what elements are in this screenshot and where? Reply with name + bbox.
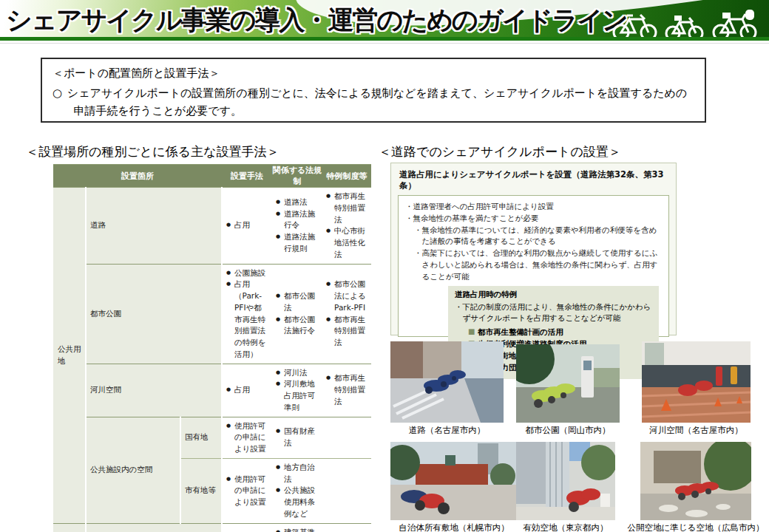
list-item: 占用 [226, 219, 268, 231]
special-cell [322, 417, 371, 458]
photo-river-illustration [642, 341, 751, 423]
photo-road-illustration [390, 341, 504, 423]
sublocation-cell: 国有地 [180, 417, 222, 458]
list-item: 道路法 [276, 197, 319, 208]
intro-body-text: シェアサイクルポートの設置箇所の種別ごとに、法令による規制などを踏まえて、シェア… [67, 86, 687, 117]
list-item: 公共施設使用料条例など [276, 485, 319, 519]
method-cell: 総合設計制度 地区計画に位置づけ設置 [222, 523, 272, 532]
list-item: 中心市街地活性化法 [326, 225, 367, 260]
right-section-heading: ＜道路でのシェアサイクルポートの設置＞ [379, 143, 621, 160]
list-item: 道路法施行規則 [276, 231, 319, 255]
location-cell: 有効空地・公開空地 [86, 523, 222, 532]
road-subpoint: ・無余地性の基準については、経済的な要素や利用者の利便等を含めた諸般の事情を考慮… [414, 225, 662, 248]
laws-cell: 道路法 道路法施行令 道路法施行規則 [272, 188, 322, 265]
list-item: 都市再生特別措置法 [326, 372, 367, 407]
list-item: 河川敷地占用許可準則 [276, 378, 319, 413]
col-header-method: 設置手法 [222, 165, 272, 188]
list-item: 道路法施行令 [276, 208, 319, 232]
list-item: 建築基準法 [276, 527, 319, 532]
method-cell: 公園施設 占用（Park-PFIや都市再生特別措置法の特例を活用） [222, 264, 272, 364]
col-header-location: 設置箇所 [53, 165, 222, 188]
intro-paragraph: ○シェアサイクルポートの設置箇所の種別ごとに、法令による規制などを踏まえて、シェ… [52, 85, 694, 120]
photo-road-nagoya: 道路（名古屋市内） [390, 341, 504, 423]
table-row: 都市公園 公園施設 占用（Park-PFIや都市再生特別措置法の特例を活用） 都… [53, 264, 371, 364]
laws-cell: 河川法 河川敷地占用許可準則 [272, 364, 322, 417]
method-cell: 使用許可の申請により設置 [222, 417, 272, 458]
road-box-title: 道路占用によりシェアサイクルポートを設置（道路法第32条、第33条） [399, 169, 669, 191]
header-green-bar [0, 37, 769, 43]
list-item: 都市再生特別措置法 [326, 314, 367, 349]
list-item: 使用許可の申請により設置 [226, 474, 268, 508]
table-header-row: 設置箇所 設置手法 関係する法規制 特例制度等 [53, 165, 371, 188]
special-box-intro: ・下記の制度の活用により、無余地性の条件にかかわらずサイクルポートを占用すること… [455, 301, 652, 324]
road-point: ・無余地性の基準を満たすことが必要 [405, 213, 662, 225]
list-item: 占用 [226, 384, 268, 396]
table-row: 公共施設内の空間 国有地 使用許可の申請により設置 国有財産法 [53, 417, 371, 458]
intro-box: ＜ポートの配置箇所と設置手法＞ ○シェアサイクルポートの設置箇所の種別ごとに、法… [41, 58, 706, 123]
method-cell: 使用許可の申請により設置 [222, 458, 272, 523]
photo-hiroshima-open-space: 公開空地に準じる空地（広島市内） [640, 442, 751, 520]
photo-hiroshima-illustration [640, 442, 751, 520]
intro-heading: ＜ポートの配置箇所と設置手法＞ [52, 65, 694, 82]
intro-bullet-marker: ○ [52, 86, 62, 100]
special-cell: 都市再生特別措置法 中心市街地活性化法 [322, 188, 371, 265]
laws-cell: 都市公園法 都市公園法施行令 [272, 264, 322, 364]
special-cell: 都市公園法によるPark-PFI 都市再生特別措置法 [322, 264, 371, 364]
photo-sapporo-site: 自治体所有敷地（札幌市内） [390, 442, 518, 520]
photo-caption: 河川空間（名古屋市内） [649, 423, 743, 436]
list-item: 占用（Park-PFIや都市再生特別措置法の特例を活用） [226, 279, 268, 360]
special-box-title: 道路占用時の特例 [455, 290, 652, 300]
header-gradient: シェアサイクル事業の導入・運営のためのガイドライン [0, 0, 769, 37]
list-item: 都市再生特別措置法 [326, 191, 367, 225]
laws-cell: 地方自治法 公共施設使用料条例など [272, 458, 322, 523]
photo-caption: 道路（名古屋市内） [409, 423, 486, 436]
header-divider-line [0, 43, 769, 44]
location-cell: 公共施設内の空間 [86, 417, 180, 523]
photo-caption: 都市公園（岡山市内） [526, 423, 611, 436]
page-header: シェアサイクル事業の導入・運営のためのガイドライン [0, 0, 769, 47]
list-item: 都市公園法施行令 [276, 314, 319, 338]
installation-methods-table: 設置箇所 設置手法 関係する法規制 特例制度等 公共用地 道路 占用 道路法 道… [53, 164, 371, 532]
laws-cell: 建築基準法 都市計画法 各地方公共団体の制度など [272, 523, 322, 532]
list-item: 河川法 [276, 367, 319, 379]
photo-caption: 公開空地に準じる空地（広島市内） [628, 520, 765, 532]
list-item: 地方自治法 [276, 462, 319, 485]
col-header-laws: 関係する法規制 [272, 165, 322, 188]
photo-tokyo-open-space: 有効空地（東京都内） [516, 442, 615, 520]
location-cell: 都市公園 [86, 264, 222, 364]
special-cell: 都市再生特別措置法 [322, 364, 371, 417]
method-cell: 占用 [222, 364, 272, 417]
list-item: 国有財産法 [276, 426, 319, 449]
header-bicycle-icons [611, 9, 760, 37]
list-item: 都市公園法によるPark-PFI [326, 279, 367, 313]
category-cell: 公共用地 [53, 188, 86, 524]
photo-caption: 自治体所有敷地（札幌市内） [399, 520, 509, 532]
road-occupancy-box: 道路占用によりシェアサイクルポートを設置（道路法第32条、第33条） ・道路管理… [390, 163, 677, 335]
sublocation-cell: 市有地等 [180, 458, 222, 523]
road-box-inner: ・道路管理者への占用許可申請により設置 ・無余地性の基準を満たすことが必要 ・無… [398, 195, 669, 337]
list-item: 都市公園法 [276, 290, 319, 314]
table-row: 民地 有効空地・公開空地 総合設計制度 地区計画に位置づけ設置 建築基準法 都市… [53, 523, 371, 532]
bicycle-icon [664, 13, 705, 37]
category-cell: 民地 [53, 523, 86, 532]
photo-sapporo-illustration [390, 442, 518, 520]
table-row: 河川空間 占用 河川法 河川敷地占用許可準則 都市再生特別措置法 [53, 364, 371, 417]
bicycle-with-child-seat-icon [710, 9, 760, 37]
left-section-heading: ＜設置場所の種別ごとに係る主な設置手法＞ [26, 143, 279, 160]
col-header-special: 特例制度等 [322, 165, 371, 188]
slide-canvas: シェアサイクル事業の導入・運営のためのガイドライン [0, 0, 769, 532]
photo-river-nagoya: 河川空間（名古屋市内） [642, 341, 751, 423]
road-point: ・道路管理者への占用許可申請により設置 [405, 201, 662, 213]
list-item: 使用許可の申請により設置 [226, 420, 268, 455]
method-cell: 占用 [222, 188, 272, 265]
photo-park-illustration [516, 344, 620, 423]
photo-park-okayama: 都市公園（岡山市内） [516, 344, 620, 423]
special-cell [322, 523, 371, 532]
bicycle-icon [611, 10, 660, 37]
photo-tokyo-illustration [516, 442, 615, 520]
location-cell: 道路 [86, 188, 222, 265]
location-cell: 河川空間 [86, 364, 222, 417]
photo-caption: 有効空地（東京都内） [524, 520, 609, 532]
list-item: 都市再生整備計画の活用 [468, 326, 652, 338]
page-title: シェアサイクル事業の導入・運営のためのガイドライン [6, 3, 627, 37]
